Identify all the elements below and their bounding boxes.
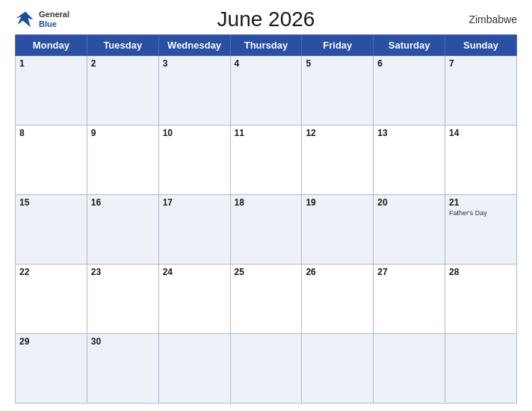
calendar-day-cell: 30 <box>87 334 158 404</box>
calendar-day-cell: 13 <box>374 126 445 195</box>
day-number: 13 <box>377 128 441 138</box>
country-label: Zimbabwe <box>468 13 517 25</box>
calendar-day-cell: 2 <box>87 56 158 126</box>
calendar-week-row: 891011121314 <box>16 126 517 195</box>
logo-text: General Blue <box>39 10 69 29</box>
svg-marker-0 <box>16 12 33 28</box>
day-number: 12 <box>306 128 369 138</box>
day-event: Father's Day <box>449 209 513 217</box>
day-number: 25 <box>235 267 298 277</box>
calendar-day-cell: 21Father's Day <box>445 195 517 265</box>
day-number: 20 <box>377 197 441 208</box>
calendar-day-cell: 8 <box>16 126 87 195</box>
calendar-day-cell: 22 <box>16 265 87 334</box>
day-number: 16 <box>91 197 155 208</box>
day-number: 15 <box>19 197 83 208</box>
day-number: 5 <box>306 58 369 69</box>
day-number: 14 <box>449 128 513 138</box>
day-number: 2 <box>91 58 155 69</box>
calendar-day-cell: 24 <box>158 265 230 334</box>
calendar-week-row: 1234567 <box>16 56 517 126</box>
weekday-header-row: MondayTuesdayWednesdayThursdayFridaySatu… <box>16 35 517 56</box>
day-number: 17 <box>163 197 226 208</box>
calendar-day-cell: 5 <box>302 56 374 126</box>
day-number: 19 <box>306 197 369 208</box>
day-number: 26 <box>306 267 369 277</box>
calendar-week-row: 22232425262728 <box>16 265 517 334</box>
calendar-day-cell <box>374 334 445 404</box>
calendar-day-cell: 25 <box>230 265 302 334</box>
day-number: 8 <box>19 128 83 138</box>
calendar-day-cell: 7 <box>445 56 517 126</box>
day-number: 11 <box>235 128 298 138</box>
calendar-day-cell: 6 <box>374 56 445 126</box>
calendar-day-cell: 1 <box>16 56 87 126</box>
day-number: 6 <box>377 58 441 69</box>
calendar-day-cell: 29 <box>16 334 87 404</box>
weekday-header: Saturday <box>374 35 445 56</box>
calendar-day-cell: 12 <box>302 126 374 195</box>
calendar-day-cell: 23 <box>87 265 158 334</box>
day-number: 1 <box>19 58 83 69</box>
calendar-day-cell <box>230 334 302 404</box>
calendar-day-cell: 15 <box>16 195 87 265</box>
day-number: 18 <box>235 197 298 208</box>
day-number: 30 <box>91 336 155 347</box>
calendar-week-row: 15161718192021Father's Day <box>16 195 517 265</box>
calendar-day-cell: 17 <box>158 195 230 265</box>
calendar-day-cell: 16 <box>87 195 158 265</box>
weekday-header: Monday <box>16 35 87 56</box>
calendar-day-cell <box>302 334 374 404</box>
day-number: 29 <box>19 336 83 347</box>
weekday-header: Wednesday <box>158 35 230 56</box>
calendar-day-cell: 18 <box>230 195 302 265</box>
calendar-header: General Blue June 2026 Zimbabwe <box>15 7 517 31</box>
calendar-day-cell: 11 <box>230 126 302 195</box>
day-number: 7 <box>449 58 513 69</box>
logo: General Blue <box>15 9 69 30</box>
logo-bird-icon <box>15 9 36 30</box>
calendar-day-cell: 28 <box>445 265 517 334</box>
calendar-day-cell: 27 <box>374 265 445 334</box>
calendar-day-cell <box>445 334 517 404</box>
calendar-day-cell: 4 <box>230 56 302 126</box>
calendar-day-cell: 20 <box>374 195 445 265</box>
weekday-header: Tuesday <box>87 35 158 56</box>
calendar-day-cell: 19 <box>302 195 374 265</box>
calendar-day-cell: 9 <box>87 126 158 195</box>
day-number: 22 <box>19 267 83 277</box>
day-number: 28 <box>449 267 513 277</box>
calendar-table: MondayTuesdayWednesdayThursdayFridaySatu… <box>15 34 517 404</box>
calendar-day-cell: 10 <box>158 126 230 195</box>
day-number: 21 <box>449 197 513 208</box>
day-number: 4 <box>235 58 298 69</box>
calendar-week-row: 2930 <box>16 334 517 404</box>
day-number: 10 <box>163 128 226 138</box>
calendar-day-cell: 14 <box>445 126 517 195</box>
day-number: 23 <box>91 267 155 277</box>
page-title: June 2026 <box>217 7 315 31</box>
day-number: 27 <box>377 267 441 277</box>
day-number: 24 <box>163 267 226 277</box>
weekday-header: Thursday <box>230 35 302 56</box>
calendar-day-cell: 3 <box>158 56 230 126</box>
calendar-day-cell: 26 <box>302 265 374 334</box>
weekday-header: Friday <box>302 35 374 56</box>
weekday-header: Sunday <box>445 35 517 56</box>
day-number: 3 <box>163 58 226 69</box>
day-number: 9 <box>91 128 155 138</box>
calendar-day-cell <box>158 334 230 404</box>
